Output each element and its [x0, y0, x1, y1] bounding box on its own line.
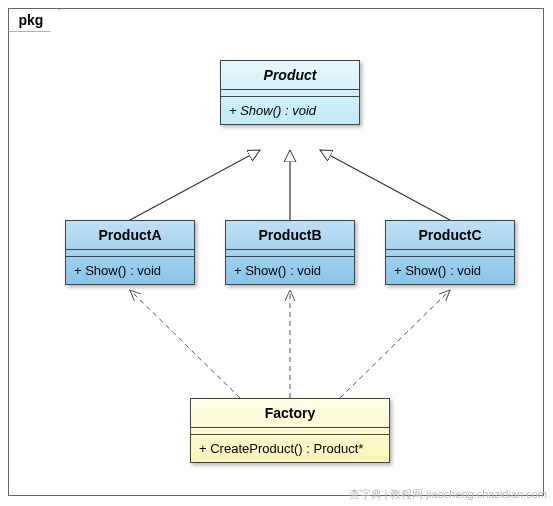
class-productA: ProductA + Show() : void	[65, 220, 195, 285]
class-productA-op: + Show() : void	[66, 257, 194, 284]
diagram-canvas: pkg Product + Show() : void ProductA + S…	[0, 0, 553, 506]
class-productA-attrs	[66, 250, 194, 257]
class-product: Product + Show() : void	[220, 60, 360, 125]
class-product-op: + Show() : void	[221, 97, 359, 124]
class-productC-attrs	[386, 250, 514, 257]
watermark-text: 查字典 | 教程网 jiaocheng.chazidian.com	[349, 487, 548, 502]
class-productB-name: ProductB	[226, 221, 354, 250]
class-product-name: Product	[221, 61, 359, 90]
class-factory-attrs	[191, 428, 389, 435]
class-product-attrs	[221, 90, 359, 97]
class-productA-name: ProductA	[66, 221, 194, 250]
class-productB-attrs	[226, 250, 354, 257]
class-factory-name: Factory	[191, 399, 389, 428]
class-productC: ProductC + Show() : void	[385, 220, 515, 285]
package-label: pkg	[8, 8, 61, 32]
class-productB-op: + Show() : void	[226, 257, 354, 284]
class-factory: Factory + CreateProduct() : Product*	[190, 398, 390, 463]
class-productC-op: + Show() : void	[386, 257, 514, 284]
class-productC-name: ProductC	[386, 221, 514, 250]
class-factory-op: + CreateProduct() : Product*	[191, 435, 389, 462]
class-productB: ProductB + Show() : void	[225, 220, 355, 285]
